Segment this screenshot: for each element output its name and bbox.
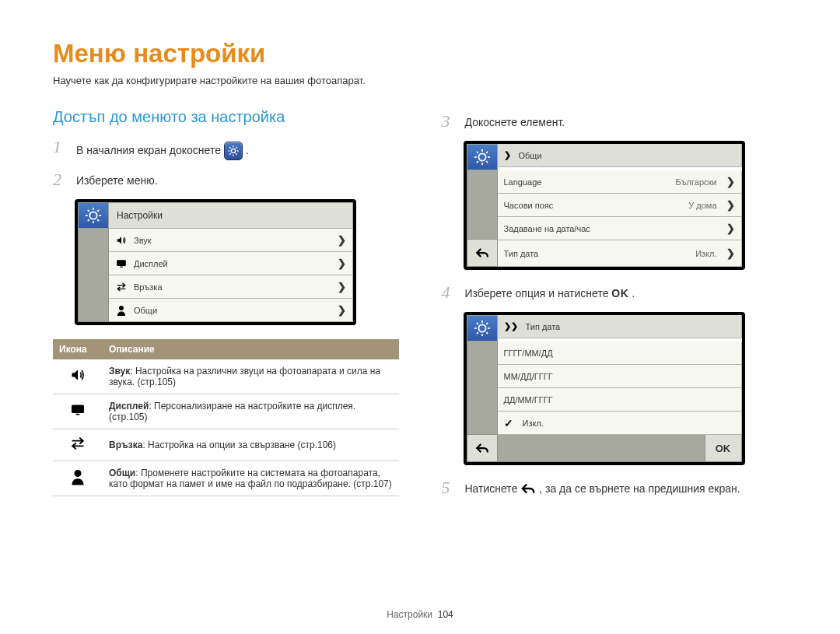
svg-line-14	[88, 210, 89, 212]
svg-line-30	[486, 161, 488, 163]
screen-header: Тип дата	[526, 322, 561, 331]
table-row: Дисплей: Персонализиране на настройките …	[53, 394, 399, 429]
back-button	[467, 435, 498, 462]
svg-point-0	[231, 149, 235, 152]
step-2: 2 Изберете меню.	[53, 171, 399, 188]
step-text: Изберете опция и натиснете	[465, 287, 612, 299]
desc: : Настройка на опции за свързване (стр.1…	[142, 440, 336, 450]
chevron-right-icon: ❯	[726, 247, 735, 259]
table-row: Общи: Променете настройките на системата…	[53, 461, 399, 496]
step-text: Натиснете	[465, 482, 521, 495]
svg-line-16	[88, 219, 89, 221]
list-label: Общи	[134, 306, 331, 315]
list-item: ДД/ММ/ГГГГ	[498, 388, 742, 412]
list-label: Часови пояс	[504, 201, 683, 210]
desc: : Променете настройките на системата на …	[109, 468, 392, 489]
gear-icon	[467, 144, 498, 170]
svg-line-38	[476, 323, 478, 324]
chevron-right-icon: ❯	[338, 234, 346, 246]
step-number: 4	[442, 284, 456, 301]
step-text-after: , за да се върнете на предишния екран.	[539, 482, 740, 495]
sidebar-fill	[78, 229, 109, 322]
step-text: Докоснете елемент.	[465, 113, 565, 128]
list-value: У дома	[688, 201, 716, 210]
svg-line-40	[476, 332, 478, 334]
list-label: Изкл.	[523, 419, 735, 428]
general-settings-screenshot: ❯ Общи Language Български	[464, 141, 745, 270]
step-text: В началния екран докоснете	[76, 144, 224, 156]
step-number: 2	[53, 171, 67, 188]
svg-rect-22	[76, 414, 80, 415]
list-label: Звук	[134, 236, 331, 245]
list-label: ДД/ММ/ГГГГ	[504, 395, 735, 405]
svg-rect-19	[120, 266, 123, 267]
chevron-right-icon: ❯	[338, 281, 346, 292]
back-arrow-icon	[520, 482, 536, 497]
svg-point-33	[478, 324, 485, 331]
step-number: 5	[442, 479, 456, 496]
icon-description-table: Икона Описание Звук: Настройка на различ…	[53, 339, 399, 496]
svg-line-31	[476, 161, 478, 163]
svg-line-41	[486, 323, 488, 324]
display-icon	[53, 394, 103, 429]
svg-point-24	[478, 153, 485, 160]
term: Дисплей	[109, 401, 149, 412]
chevron-right-icon: ❯	[338, 257, 346, 269]
svg-line-7	[229, 153, 230, 154]
check-icon: ✓	[504, 417, 513, 429]
list-item: Тип дата Изкл. ❯	[498, 240, 742, 267]
step-number: 3	[442, 113, 456, 130]
chevron-right-icon: ❯	[338, 304, 346, 316]
step-number: 1	[53, 138, 67, 156]
gear-icon	[467, 315, 498, 342]
svg-rect-21	[72, 405, 84, 413]
svg-line-6	[236, 153, 236, 154]
list-item: Звук ❯	[109, 229, 353, 252]
svg-line-29	[476, 152, 478, 153]
sound-icon	[115, 235, 128, 246]
chevron-right-icon: ❯	[726, 222, 735, 234]
page-title: Меню настройки	[53, 39, 787, 68]
page-footer: Настройки 104	[0, 609, 840, 620]
list-label: Задаване на дата/час	[504, 224, 720, 233]
list-item: Дисплей ❯	[109, 252, 353, 275]
list-item: ✓ Изкл.	[498, 412, 742, 435]
list-label: Дисплей	[134, 259, 331, 268]
list-item: ММ/ДД/ГГГГ	[498, 365, 742, 388]
svg-line-32	[486, 152, 488, 153]
desc: : Настройка на различни звуци на фотоапа…	[109, 366, 380, 387]
list-label: Връзка	[134, 282, 331, 292]
term: Общи	[109, 468, 135, 478]
list-item: Задаване на дата/час ❯	[498, 217, 742, 240]
list-item: ГГГГ/ММ/ДД	[498, 342, 742, 365]
gear-icon	[78, 202, 109, 229]
svg-line-5	[229, 147, 230, 148]
list-item: Общи ❯	[109, 299, 353, 322]
svg-point-20	[119, 306, 124, 310]
svg-point-9	[89, 212, 96, 219]
screen-header: Настройки	[109, 202, 353, 229]
svg-point-23	[75, 470, 82, 477]
list-item: Връзка ❯	[109, 275, 353, 299]
page-number: 104	[438, 609, 453, 620]
ok-button: OK	[705, 435, 742, 462]
sidebar-fill	[467, 342, 498, 435]
list-label: Тип дата	[504, 249, 690, 258]
step-4: 4 Изберете опция и натиснете OK .	[442, 284, 788, 301]
step-5: 5 Натиснете , за да се върнете на предиш…	[442, 479, 788, 497]
chevron-double-right-icon: ❯❯	[504, 321, 518, 331]
display-icon	[115, 259, 128, 268]
th-icon: Икона	[53, 339, 103, 359]
back-button	[467, 240, 498, 267]
step-3: 3 Докоснете елемент.	[442, 113, 788, 130]
chevron-right-icon: ❯	[726, 199, 735, 211]
step-text-after: .	[632, 287, 635, 299]
list-item: Часови пояс У дома ❯	[498, 194, 742, 217]
page-subtitle: Научете как да конфигурирате настройките…	[53, 75, 787, 86]
connection-icon	[53, 429, 103, 461]
person-icon	[53, 461, 103, 496]
bottom-fill	[498, 435, 705, 462]
table-row: Връзка: Настройка на опции за свързване …	[53, 429, 399, 461]
sidebar-fill	[467, 170, 498, 240]
list-label: ММ/ДД/ГГГГ	[504, 372, 735, 381]
